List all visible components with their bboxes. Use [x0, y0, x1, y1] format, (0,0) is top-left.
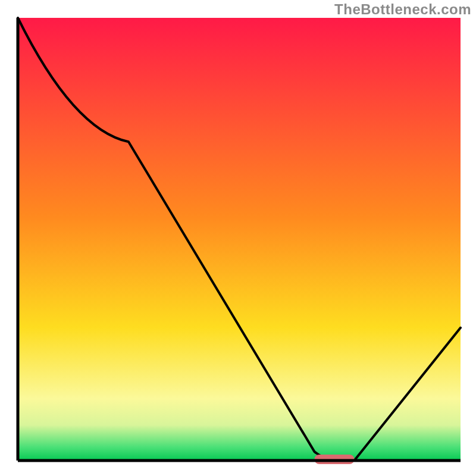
bottleneck-chart: TheBottleneck.com — [0, 0, 476, 476]
gradient-background — [18, 18, 461, 461]
chart-svg — [0, 0, 476, 476]
